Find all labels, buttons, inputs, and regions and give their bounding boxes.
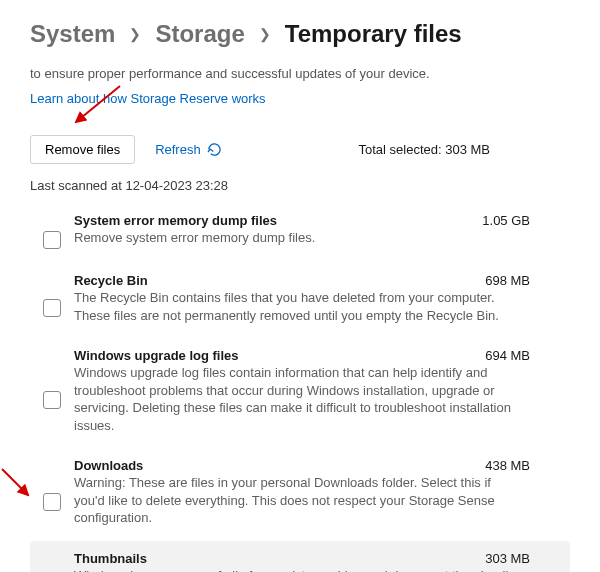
item-checkbox[interactable]: [43, 391, 61, 409]
list-item: Recycle Bin698 MBThe Recycle Bin contain…: [30, 263, 570, 338]
item-size: 303 MB: [485, 551, 560, 566]
list-item: Thumbnails303 MBWindows keeps a copy of …: [30, 541, 570, 572]
chevron-right-icon: ❯: [259, 26, 271, 42]
storage-reserve-link[interactable]: Learn about how Storage Reserve works: [30, 91, 266, 106]
breadcrumb-system[interactable]: System: [30, 20, 115, 48]
item-checkbox[interactable]: [43, 299, 61, 317]
item-size: 698 MB: [485, 273, 560, 288]
refresh-label: Refresh: [155, 142, 201, 157]
list-item: Downloads438 MBWarning: These are files …: [30, 448, 570, 541]
total-selected-label: Total selected: 303 MB: [358, 142, 490, 157]
item-title: Thumbnails: [74, 551, 147, 566]
remove-files-button[interactable]: Remove files: [30, 135, 135, 164]
chevron-right-icon: ❯: [129, 26, 141, 42]
item-description: The Recycle Bin contains files that you …: [74, 289, 560, 324]
item-title: Downloads: [74, 458, 143, 473]
item-size: 694 MB: [485, 348, 560, 363]
breadcrumb-storage[interactable]: Storage: [155, 20, 244, 48]
list-item: Windows upgrade log files694 MBWindows u…: [30, 338, 570, 448]
item-title: Recycle Bin: [74, 273, 148, 288]
breadcrumb-current: Temporary files: [285, 20, 462, 48]
toolbar: Remove files Refresh Total selected: 303…: [30, 135, 570, 164]
item-description: Windows keeps a copy of all of your pict…: [74, 567, 560, 572]
item-size: 1.05 GB: [482, 213, 560, 228]
last-scanned-label: Last scanned at 12-04-2023 23:28: [30, 178, 570, 193]
item-title: System error memory dump files: [74, 213, 277, 228]
item-description: Windows upgrade log files contain inform…: [74, 364, 560, 434]
item-description: Remove system error memory dump files.: [74, 229, 560, 247]
svg-line-1: [2, 469, 28, 495]
item-checkbox[interactable]: [43, 493, 61, 511]
item-checkbox[interactable]: [43, 231, 61, 249]
item-title: Windows upgrade log files: [74, 348, 239, 363]
item-description: Warning: These are files in your persona…: [74, 474, 560, 527]
annotation-arrow-icon: [70, 82, 130, 132]
truncated-description: to ensure proper performance and success…: [30, 66, 570, 81]
list-item: System error memory dump files1.05 GBRem…: [30, 203, 570, 263]
item-size: 438 MB: [485, 458, 560, 473]
refresh-button[interactable]: Refresh: [155, 142, 222, 157]
breadcrumb: System ❯ Storage ❯ Temporary files: [30, 20, 570, 48]
refresh-icon: [207, 142, 222, 157]
